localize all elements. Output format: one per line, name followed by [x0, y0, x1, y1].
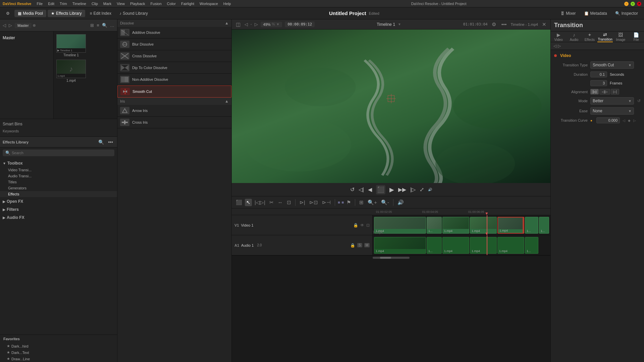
- inspector-nav-left[interactable]: ◁: [553, 44, 556, 48]
- effects-library-button[interactable]: ★ Effects Library: [48, 10, 85, 17]
- media-pool-button[interactable]: ▦ Media Pool: [14, 10, 46, 17]
- master-button[interactable]: Master: [15, 23, 32, 28]
- blade-btn[interactable]: ✂: [268, 199, 275, 206]
- mixer-button[interactable]: 🎛 Mixer: [557, 10, 579, 17]
- menu-workspace[interactable]: Workspace: [200, 2, 218, 6]
- undo-btn[interactable]: ⬛: [234, 199, 244, 206]
- titles-item[interactable]: Titles: [0, 179, 117, 185]
- search-icon[interactable]: 🔍: [102, 23, 107, 28]
- menu-mark[interactable]: Mark: [103, 2, 111, 6]
- openfx-header[interactable]: ▶ Open FX: [0, 198, 117, 205]
- menu-fairlight[interactable]: Fairlight: [181, 2, 194, 6]
- clip-3[interactable]: 1.mp4: [442, 217, 469, 234]
- align-right-btn[interactable]: ▷|: [611, 89, 619, 95]
- audio-clip-2[interactable]: 1...: [427, 237, 442, 254]
- dissolve-collapse-btn[interactable]: ▲: [225, 21, 229, 25]
- thumb-1mp4[interactable]: ♪ 1.mp4 1.mp4: [56, 60, 86, 82]
- cross-dissolve-item[interactable]: Cross Dissolve: [117, 50, 231, 62]
- tab-image[interactable]: 🖼 Image: [613, 32, 628, 42]
- transition-curve-value[interactable]: 0.000: [596, 117, 620, 123]
- audio-clip-3[interactable]: 1.mp4: [442, 237, 469, 254]
- overwrite-btn[interactable]: ⊳⊡: [308, 199, 319, 206]
- zoom-in-btn[interactable]: 🔍+: [366, 199, 378, 206]
- cross-iris-item[interactable]: Cross Iris: [117, 117, 231, 128]
- frames-value[interactable]: 3: [590, 80, 607, 86]
- inspector-button[interactable]: 🔍 Inspector: [612, 10, 641, 17]
- fullscreen-btn[interactable]: ⤢: [420, 186, 424, 193]
- v1-eye-btn[interactable]: 👁: [360, 223, 364, 228]
- mode-reset-btn[interactable]: ↺: [637, 99, 641, 103]
- search-box[interactable]: 🔍: [3, 149, 114, 156]
- minimize-button[interactable]: －: [624, 2, 629, 6]
- edit-index-button[interactable]: ≡ Edit Index: [87, 10, 115, 17]
- play-btn[interactable]: ▶: [389, 186, 394, 193]
- tab-effects[interactable]: ✦ Effects: [582, 32, 597, 42]
- tab-file[interactable]: 📄 File: [629, 32, 644, 42]
- mark-out-btn[interactable]: |▷: [410, 186, 416, 193]
- timeline-scrollbar[interactable]: [232, 255, 550, 259]
- a1-m-btn[interactable]: M: [364, 243, 370, 247]
- v1-options-btn[interactable]: ⊡: [366, 223, 370, 228]
- a1-s-btn[interactable]: S: [357, 243, 362, 247]
- source-mode-btn[interactable]: ◫: [234, 21, 242, 28]
- prev-frame-btn[interactable]: ◀: [368, 186, 372, 193]
- menu-trim[interactable]: Trim: [60, 2, 67, 6]
- close-preview-btn[interactable]: ✕: [541, 21, 548, 28]
- audio-clip-6[interactable]: 1...: [525, 237, 538, 254]
- menu-color[interactable]: Color: [167, 2, 176, 6]
- search-input[interactable]: [12, 151, 112, 155]
- filters-header[interactable]: ▶ Filters: [0, 206, 117, 213]
- transition-type-dropdown[interactable]: Smooth Cut ▼: [590, 61, 634, 69]
- effects-item[interactable]: Effects: [0, 191, 117, 197]
- draw-line-item[interactable]: ★ Draw...Line: [0, 356, 117, 362]
- menu-clip[interactable]: Clip: [92, 2, 98, 6]
- a1-lock-btn[interactable]: 🔒: [350, 243, 355, 248]
- menu-help[interactable]: Help: [223, 2, 231, 6]
- clip-6[interactable]: 1...: [525, 217, 538, 234]
- menu-fusion[interactable]: Fusion: [151, 2, 162, 6]
- generators-item[interactable]: Generators: [0, 185, 117, 191]
- iris-collapse-btn[interactable]: ▲: [225, 99, 229, 104]
- nav-left-btn[interactable]: ◁: [245, 22, 248, 27]
- clip-4[interactable]: 1.mp4: [470, 217, 497, 234]
- mark-in-btn[interactable]: ◁|: [359, 186, 364, 193]
- curve-keyframe-add[interactable]: ◆: [628, 119, 631, 122]
- dip-color-dissolve-item[interactable]: Dip To Color Dissolve: [117, 62, 231, 74]
- blur-dissolve-item[interactable]: Blur Dissolve: [117, 39, 231, 50]
- timecode-input[interactable]: 00:00:09:12: [285, 21, 315, 27]
- zoom-fit-btn[interactable]: ⊞: [358, 199, 365, 206]
- close-button[interactable]: ✕: [637, 2, 641, 6]
- clip-5[interactable]: 1.mp4: [497, 217, 524, 234]
- next-frame-btn[interactable]: ▶▶: [398, 186, 406, 193]
- inspector-nav-right[interactable]: ▷: [558, 44, 561, 48]
- audio-transitions-item[interactable]: Audio Transi...: [0, 173, 117, 179]
- zoom-out-btn[interactable]: 🔍-: [380, 199, 390, 206]
- snapping-btn[interactable]: ⊡: [285, 199, 292, 206]
- master-bin[interactable]: Master: [3, 34, 51, 42]
- arrow-iris-item[interactable]: Arrow Iris: [117, 105, 231, 117]
- dark-text-item[interactable]: ★ Dark...Text: [0, 349, 117, 356]
- curve-keyframe-prev[interactable]: ◁: [623, 119, 625, 122]
- effects-search-btn[interactable]: 🔍: [97, 139, 105, 145]
- curve-keyframe-next[interactable]: ▷: [633, 119, 636, 122]
- ripple-btn[interactable]: ⊳⊣: [321, 199, 332, 206]
- non-additive-dissolve-item[interactable]: Non-Additive Dissolve: [117, 74, 231, 85]
- audio-clip-5[interactable]: 1.mp4: [497, 237, 524, 254]
- stop-btn[interactable]: ⬛: [376, 185, 385, 194]
- zoom-control[interactable]: 49% % ▼: [261, 22, 282, 27]
- trim-btn[interactable]: |◁▷|: [253, 199, 267, 206]
- menu-file[interactable]: File: [37, 2, 43, 6]
- align-center-btn[interactable]: ◁|▷: [599, 89, 610, 95]
- menu-timeline[interactable]: Timeline: [72, 2, 86, 6]
- audiofx-header[interactable]: ▶ Audio FX: [0, 214, 117, 221]
- menu-playback[interactable]: Playback: [130, 2, 145, 6]
- vol-btn[interactable]: 🔊: [396, 199, 405, 206]
- tab-audio[interactable]: ♪ Audio: [566, 32, 582, 42]
- left-panel-nav-right[interactable]: ▷: [9, 23, 12, 28]
- thumb-timeline1[interactable]: ▶ Timeline 1 Timeline 1: [56, 34, 86, 57]
- maximize-button[interactable]: ＋: [631, 2, 635, 6]
- audio-clip-1[interactable]: 1.mp4: [374, 237, 426, 254]
- dark-hird-item[interactable]: ★ Dark...hird: [0, 343, 117, 349]
- mode-dropdown[interactable]: Better ▼: [590, 97, 634, 105]
- clip-7[interactable]: 1...: [539, 217, 549, 234]
